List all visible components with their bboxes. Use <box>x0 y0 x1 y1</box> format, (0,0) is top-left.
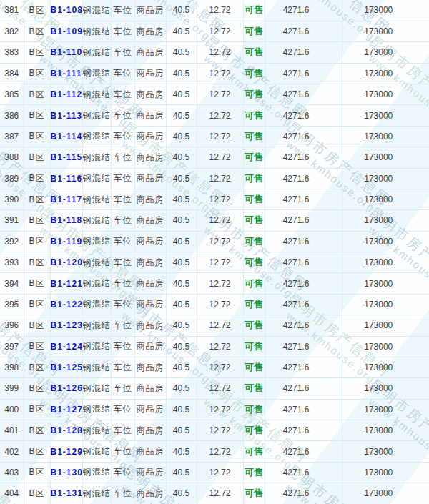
cell-build-area: 40.5 <box>166 63 197 84</box>
cell-unit-price: 4271.6 <box>265 336 342 357</box>
cell-unit-price: 4271.6 <box>265 231 342 252</box>
cell-unit-number: B1-122 <box>50 294 82 315</box>
table-row: 381B区B1-108钢混结构车位商品房40.512.72可售4271.6173… <box>0 0 429 21</box>
cell-sale-status: 可售 <box>243 252 265 273</box>
status-label: 可售 <box>245 68 263 79</box>
status-label: 可售 <box>245 299 263 310</box>
table-row: 401B区B1-128钢混结构车位商品房40.512.72可售4271.6173… <box>0 420 429 441</box>
cell-unit-price: 4271.6 <box>265 63 342 84</box>
cell-text: 4271.6 <box>283 89 310 99</box>
table-row: 397B区B1-124钢混结构车位商品房40.512.72可售4271.6173… <box>0 336 429 357</box>
cell-sale-status: 可售 <box>243 63 265 84</box>
cell-text: 12.72 <box>209 488 230 498</box>
cell-unit-number: B1-116 <box>50 168 82 189</box>
cell-row-number: 390 <box>0 189 24 209</box>
cell-text: 395 <box>4 300 19 310</box>
unit-link[interactable]: B1-118 <box>51 215 83 225</box>
cell-text: 商品房 <box>137 5 164 15</box>
unit-link[interactable]: B1-121 <box>51 279 83 289</box>
unit-link[interactable]: B1-126 <box>51 383 83 393</box>
cell-row-number: 395 <box>0 294 24 315</box>
cell-build-area: 40.5 <box>166 441 197 462</box>
cell-text: B区 <box>29 257 44 267</box>
unit-link[interactable]: B1-111 <box>51 69 82 79</box>
cell-row-number: 399 <box>0 378 24 399</box>
unit-link[interactable]: B1-113 <box>51 111 83 121</box>
cell-unit-number: B1-120 <box>50 252 82 273</box>
cell-inner-area: 12.72 <box>197 294 243 315</box>
cell-text: B区 <box>29 194 44 204</box>
unit-link[interactable]: B1-119 <box>51 237 83 247</box>
cell-inner-area: 12.72 <box>197 357 243 377</box>
cell-row-number: 401 <box>0 420 24 441</box>
cell-total-price: 173000 <box>342 231 429 252</box>
unit-link[interactable]: B1-122 <box>51 300 83 310</box>
cell-structure: 钢混结构 <box>82 483 111 504</box>
cell-total-price: 173000 <box>342 399 429 420</box>
cell-text: 钢混结构 <box>83 488 112 498</box>
cell-text: 商品房 <box>137 89 164 99</box>
unit-link[interactable]: B1-120 <box>51 257 83 267</box>
status-label: 可售 <box>245 214 263 225</box>
cell-build-area: 40.5 <box>166 105 197 126</box>
cell-text: 4271.6 <box>283 468 310 478</box>
unit-link[interactable]: B1-108 <box>51 5 83 15</box>
cell-text: 173000 <box>364 279 393 289</box>
cell-unit-number: B1-112 <box>50 84 82 105</box>
cell-sale-status: 可售 <box>243 231 265 252</box>
cell-text: 12.72 <box>209 69 230 79</box>
cell-text: 车位 <box>114 299 132 309</box>
cell-text: 车位 <box>114 47 132 57</box>
cell-text: 12.72 <box>209 362 230 372</box>
cell-usage: 车位 <box>111 210 134 231</box>
status-label: 可售 <box>245 467 263 478</box>
cell-unit-number: B1-129 <box>50 441 82 462</box>
unit-link[interactable]: B1-129 <box>51 447 83 457</box>
unit-link[interactable]: B1-124 <box>51 342 83 352</box>
cell-sale-status: 可售 <box>243 126 265 147</box>
unit-link[interactable]: B1-123 <box>51 320 83 330</box>
cell-text: B区 <box>29 215 44 225</box>
cell-text: 车位 <box>114 383 132 393</box>
cell-unit-price: 4271.6 <box>265 399 342 420</box>
unit-link[interactable]: B1-114 <box>51 132 83 142</box>
unit-link[interactable]: B1-112 <box>51 89 83 99</box>
unit-link[interactable]: B1-128 <box>51 425 83 435</box>
cell-sale-type: 商品房 <box>134 462 166 483</box>
status-label: 可售 <box>245 341 263 352</box>
unit-link[interactable]: B1-117 <box>51 194 83 204</box>
unit-link[interactable]: B1-116 <box>51 174 83 184</box>
cell-sale-type: 商品房 <box>134 315 166 336</box>
unit-link[interactable]: B1-130 <box>51 468 83 478</box>
unit-link[interactable]: B1-131 <box>51 488 83 498</box>
unit-link[interactable]: B1-125 <box>51 362 83 372</box>
cell-inner-area: 12.72 <box>197 399 243 420</box>
cell-text: 商品房 <box>137 320 164 330</box>
cell-sale-status: 可售 <box>243 315 265 336</box>
cell-text: 392 <box>4 237 19 247</box>
cell-text: 钢混结构 <box>83 257 112 267</box>
cell-sale-status: 可售 <box>243 0 265 21</box>
cell-text: B区 <box>29 89 44 99</box>
unit-link[interactable]: B1-115 <box>51 152 83 162</box>
unit-link[interactable]: B1-110 <box>51 47 83 57</box>
cell-text: 4271.6 <box>283 174 310 184</box>
unit-link[interactable]: B1-127 <box>51 405 83 415</box>
unit-link[interactable]: B1-109 <box>51 26 83 36</box>
cell-unit-price: 4271.6 <box>265 0 342 21</box>
cell-text: 12.72 <box>209 152 230 162</box>
cell-sale-status: 可售 <box>243 21 265 41</box>
cell-text: 4271.6 <box>283 237 310 247</box>
cell-text: 404 <box>4 488 19 498</box>
cell-district: B区 <box>24 21 50 41</box>
cell-total-price: 173000 <box>342 294 429 315</box>
table-row: 389B区B1-116钢混结构车位商品房40.512.72可售4271.6173… <box>0 168 429 189</box>
cell-district: B区 <box>24 210 50 231</box>
cell-text: 173000 <box>364 257 393 267</box>
cell-sale-status: 可售 <box>243 462 265 483</box>
cell-sale-type: 商品房 <box>134 21 166 41</box>
cell-sale-type: 商品房 <box>134 483 166 504</box>
table-row: 394B区B1-121钢混结构车位商品房40.512.72可售4271.6173… <box>0 273 429 294</box>
cell-text: B区 <box>29 131 44 141</box>
cell-text: 12.72 <box>209 89 230 99</box>
